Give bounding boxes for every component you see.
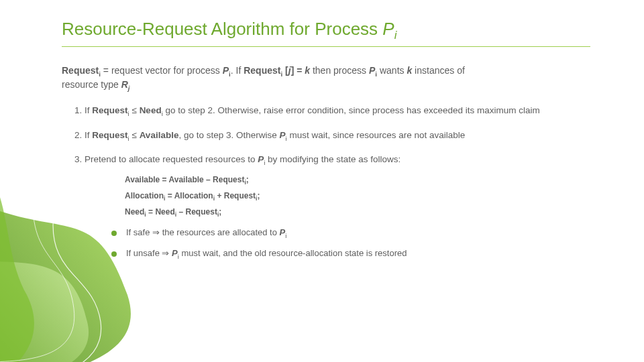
t: –: [204, 175, 213, 184]
title-text: Resource-Request Algorithm for Process: [62, 19, 382, 39]
intro-seg: [: [282, 65, 288, 76]
intro-paragraph: Requesti = request vector for process Pi…: [62, 64, 478, 93]
t: Request: [92, 105, 127, 115]
t: by modifying the state as follows:: [265, 154, 400, 164]
le-symbol: ≤: [129, 105, 140, 115]
intro-seg: P: [369, 65, 375, 76]
t: ;: [219, 207, 221, 217]
intro-seg: k: [305, 65, 310, 76]
intro-seg: Request: [244, 65, 280, 76]
bullet-safe: If safe ⇒ the resources are allocated to…: [111, 227, 568, 241]
t: =: [165, 191, 174, 200]
title-symbol: P: [382, 19, 394, 39]
t: =: [146, 207, 156, 217]
t: the resources are allocated to: [160, 227, 280, 237]
steps-list: If Requesti ≤ Needi go to step 2. Otherw…: [75, 105, 568, 261]
t: Allocation: [174, 191, 213, 200]
bullet-unsafe: If unsafe ⇒ Pi must wait, and the old re…: [111, 247, 568, 261]
t: i: [285, 233, 286, 239]
intro-seg: R: [121, 79, 128, 90]
mod-line-3: Needi = Needi – Requesti;: [125, 204, 568, 221]
arrow-icon: ⇒: [162, 248, 169, 258]
state-modifications: Available = Available – Requesti; Alloca…: [125, 172, 568, 220]
step-2: If Requesti ≤ Available, go to step 3. O…: [85, 129, 568, 143]
slide-content: Resource-Request Algorithm for Process P…: [62, 19, 590, 272]
mod-line-2: Allocationi = Allocationi + Requesti;: [125, 188, 568, 204]
arrow-icon: ⇒: [152, 227, 160, 237]
t: Request: [186, 207, 217, 217]
intro-seg: P: [223, 65, 229, 76]
t: Request: [224, 191, 256, 200]
t: P: [172, 248, 178, 258]
t: must wait, and the old resource-allocati…: [179, 248, 407, 258]
intro-seg: wants: [377, 65, 407, 76]
t: , go to step 3. Otherwise: [178, 130, 279, 140]
t: P: [258, 154, 264, 164]
t: If unsafe: [126, 248, 162, 258]
t: Pretend to allocate requested resources …: [85, 154, 258, 164]
t: Allocation: [125, 191, 164, 200]
le-symbol: ≤: [129, 130, 140, 140]
t: Need: [155, 207, 174, 217]
t: Request: [213, 175, 244, 184]
t: must wait, since resources are not avail…: [287, 130, 466, 140]
t: ;: [246, 175, 249, 184]
t: ;: [258, 191, 260, 200]
t: If safe: [126, 227, 152, 237]
step-1: If Requesti ≤ Needi go to step 2. Otherw…: [85, 105, 568, 118]
slide-title: Resource-Request Algorithm for Process P…: [62, 19, 590, 42]
intro-sub: j: [128, 84, 130, 92]
t: go to step 2. Otherwise, raise error con…: [163, 105, 540, 115]
t: Available: [168, 175, 203, 184]
intro-seg: Request: [62, 65, 99, 76]
t: Available: [140, 130, 179, 140]
t: Need: [125, 207, 144, 217]
intro-seg: ] =: [291, 65, 305, 76]
mod-line-1: Available = Available – Requesti;: [125, 172, 568, 188]
t: Need: [140, 105, 162, 115]
step-3: Pretend to allocate requested resources …: [85, 154, 568, 261]
t: =: [160, 175, 168, 184]
t: Request: [92, 130, 127, 140]
outcome-bullets: If safe ⇒ the resources are allocated to…: [111, 227, 568, 261]
t: P: [279, 130, 285, 140]
title-subscript: i: [394, 29, 397, 42]
intro-seg: = request vector for process: [101, 65, 223, 76]
t: P: [280, 227, 286, 237]
t: +: [215, 191, 224, 200]
t: If: [85, 105, 92, 115]
title-underline: [62, 46, 590, 47]
intro-seg: then process: [310, 65, 369, 76]
intro-seg: . If: [231, 65, 244, 76]
t: Available: [125, 175, 160, 184]
t: If: [85, 130, 92, 140]
t: –: [176, 207, 185, 217]
